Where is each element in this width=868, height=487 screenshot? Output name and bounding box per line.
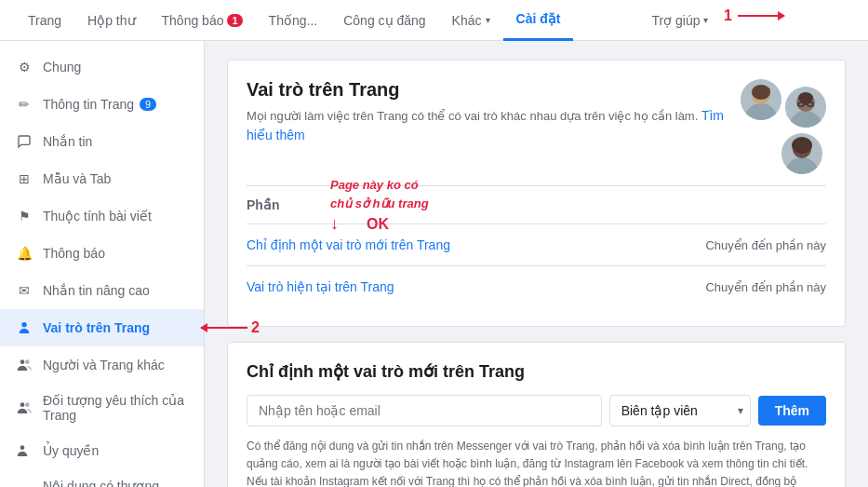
role-header-right <box>741 79 826 174</box>
sidebar-item-thong-tin[interactable]: ✏ Thông tin Trang 9 <box>0 86 204 123</box>
assign-desc: Có thể đăng nội dung và gửi tin nhắn trê… <box>247 438 826 487</box>
svg-point-9 <box>744 103 778 120</box>
main-layout: ⚙ Chung ✏ Thông tin Trang 9 Nhắn tin ⊞ M… <box>0 41 868 487</box>
arrow-1-line <box>738 15 784 17</box>
svg-point-20 <box>792 137 812 154</box>
svg-point-12 <box>789 111 822 128</box>
sidebar-item-uy-quyen[interactable]: Ủy quyền <box>0 432 204 469</box>
nav-cong-cu-dang[interactable]: Công cụ đăng <box>330 0 438 41</box>
them-button[interactable]: Thêm <box>758 396 826 426</box>
assign-form: Biên tập viên Quản trị viên Người kiểm d… <box>247 395 826 426</box>
role-select-wrapper: Biên tập viên Quản trị viên Người kiểm d… <box>609 395 751 426</box>
arrow-1-indicator: 1 <box>724 7 784 24</box>
content-area: Vai trò trên Trang Mọi người làm việc tr… <box>205 41 868 487</box>
link-row-1: Chỉ định một vai trò mới trên Trang Chuy… <box>247 224 826 266</box>
sidebar-item-doi-tuong[interactable]: Đối tượng yêu thích của Trang <box>0 384 204 432</box>
tro-giup-dropdown-icon: ▾ <box>703 15 708 25</box>
assign-title: Chỉ định một vai trò mới trên Trang <box>247 361 826 382</box>
sidebar: ⚙ Chung ✏ Thông tin Trang 9 Nhắn tin ⊞ M… <box>0 41 205 487</box>
sidebar-item-nhan-tin[interactable]: Nhắn tin <box>0 123 204 160</box>
svg-point-1 <box>20 359 25 364</box>
avatar-row-top <box>741 79 826 128</box>
phan-container: Phần Page này ko cóchủ sở hữu trang ↓ OK <box>247 185 826 224</box>
avatar-2 <box>785 87 826 128</box>
role-header: Vai trò trên Trang Mọi người làm việc tr… <box>247 79 826 174</box>
khac-dropdown-icon: ▾ <box>486 15 490 25</box>
gear-icon: ⚙ <box>15 58 33 76</box>
mail-icon: ✉ <box>15 281 33 300</box>
sidebar-item-nguoi-trang[interactable]: Người và Trang khác <box>0 346 204 384</box>
vai-tro-desc: Mọi người làm việc trên Trang có thể có … <box>247 106 741 145</box>
svg-point-2 <box>25 359 30 364</box>
shield-icon <box>15 441 33 460</box>
link-row-2: Vai trò hiện tại trên Trang Chuyển đến p… <box>247 266 826 307</box>
people-icon <box>15 356 33 374</box>
sidebar-item-mau-tab[interactable]: ⊞ Mẫu và Tab <box>0 160 204 197</box>
nav-cai-dat[interactable]: Cài đặt <box>503 0 574 41</box>
nav-trang[interactable]: Trang <box>15 0 74 41</box>
svg-point-5 <box>20 445 25 450</box>
phan-section: Phần <box>247 185 826 224</box>
arrow-2-indicator: 2 <box>201 319 260 336</box>
svg-point-0 <box>21 322 26 327</box>
pencil-icon: ✏ <box>15 95 33 114</box>
svg-point-11 <box>752 85 770 100</box>
svg-point-18 <box>785 157 819 174</box>
link1-right: Chuyển đến phần này <box>705 238 826 252</box>
nav-tro-giup[interactable]: Trợ giúp ▾ <box>638 0 721 41</box>
link2-right: Chuyển đến phần này <box>705 280 826 294</box>
phan-label: Phần <box>247 197 302 212</box>
flag-icon: ⚑ <box>15 207 33 225</box>
sidebar-item-vai-tro[interactable]: Vai trò trên Trang 2 <box>0 309 204 346</box>
svg-point-17 <box>798 92 813 103</box>
top-nav: Trang Hộp thư Thông báo 1 Thống... Công … <box>0 0 868 41</box>
sidebar-item-nhan-tin-nc[interactable]: ✉ Nhắn tin nâng cao <box>0 272 204 309</box>
sidebar-item-noi-dung[interactable]: ❤ Nội dung có thương hiệu + <box>0 469 204 487</box>
person-icon <box>15 318 33 337</box>
nav-hop-thu[interactable]: Hộp thư <box>74 0 148 41</box>
thong-tin-badge: 9 <box>140 98 156 111</box>
role-select[interactable]: Biên tập viên Quản trị viên Người kiểm d… <box>609 395 751 426</box>
avatar-3 <box>781 133 822 174</box>
sidebar-item-thong-bao[interactable]: 🔔 Thông báo <box>0 235 204 272</box>
vai-tro-title: Vai trò trên Trang <box>247 79 741 101</box>
svg-point-3 <box>20 402 25 407</box>
assign-input[interactable] <box>247 395 602 426</box>
nav-thong-bao[interactable]: Thông báo 1 <box>149 0 256 41</box>
grid-icon: ⊞ <box>15 169 33 188</box>
bell-icon: 🔔 <box>15 244 33 263</box>
vai-tro-card: Vai trò trên Trang Mọi người làm việc tr… <box>227 60 846 327</box>
svg-point-4 <box>25 402 30 407</box>
sidebar-item-thuoc-tinh[interactable]: ⚑ Thuộc tính bài viết <box>0 197 204 235</box>
chi-dinh-vai-tro-link[interactable]: Chỉ định một vai trò mới trên Trang <box>247 237 450 252</box>
avatar-1 <box>741 79 781 120</box>
role-header-left: Vai trò trên Trang Mọi người làm việc tr… <box>247 79 741 145</box>
assign-section-card: Chỉ định một vai trò mới trên Trang Biên… <box>227 342 846 487</box>
nav-thong-ke[interactable]: Thống... <box>256 0 331 41</box>
vai-tro-hien-tai-link[interactable]: Vai trò hiện tại trên Trang <box>247 279 394 294</box>
message-icon <box>15 132 33 151</box>
arrow-2-line <box>201 327 247 329</box>
nav-khac[interactable]: Khác ▾ <box>439 0 503 41</box>
avatar-group <box>741 79 826 174</box>
sidebar-item-chung[interactable]: ⚙ Chung <box>0 48 204 86</box>
audience-icon <box>15 399 33 417</box>
thong-bao-badge: 1 <box>227 14 242 27</box>
